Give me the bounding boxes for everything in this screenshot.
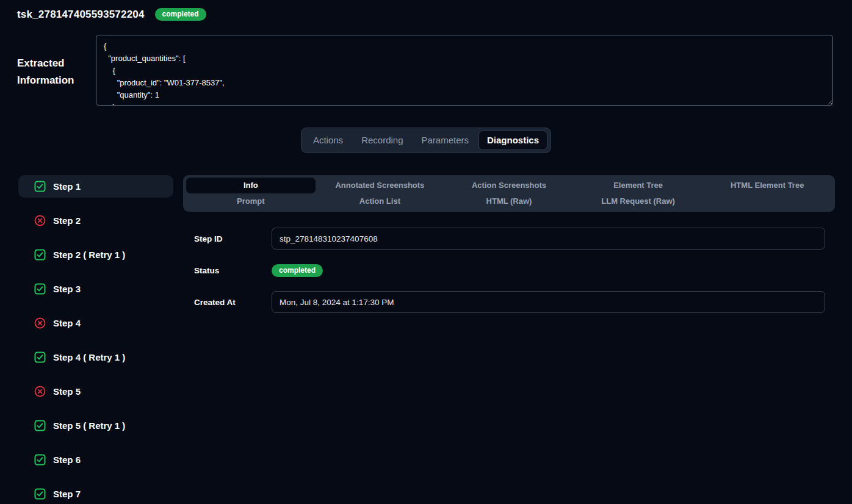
status-label: Status <box>194 266 272 275</box>
content-area: Step 1 St <box>0 175 852 504</box>
task-id-title: tsk_278147405593572204 <box>17 9 145 21</box>
step-label: Step 4 <box>53 318 81 328</box>
steps-sidebar: Step 1 St <box>18 175 173 504</box>
diagnostics-tab[interactable]: Info <box>186 178 316 193</box>
created-at-input[interactable] <box>272 291 825 313</box>
step-list-item[interactable]: Step 2 ( Retry 1 ) <box>18 243 173 266</box>
extracted-information-textarea[interactable]: { "product_quantities": [ { "product_id"… <box>96 35 833 106</box>
main-tab[interactable]: Diagnostics <box>478 131 547 150</box>
step-list-item[interactable]: Step 6 <box>18 448 173 471</box>
step-list-item[interactable]: Step 5 <box>18 380 173 403</box>
task-diagnostics-page: tsk_278147405593572204 completed Extract… <box>0 0 852 504</box>
step-label: Step 4 ( Retry 1 ) <box>53 352 125 362</box>
diagnostics-tab[interactable]: Element Tree <box>574 178 703 193</box>
diagnostics-tab-strip: Info Annotated Screenshots Action Screen… <box>183 175 835 212</box>
status-row: Status completed <box>194 259 825 281</box>
diagnostics-tab-row-2: Prompt Action List HTML (Raw) LLM Reques… <box>186 193 832 209</box>
diagnostics-tab[interactable]: LLM Request (Raw) <box>574 193 703 209</box>
diagnostics-tab[interactable]: Annotated Screenshots <box>316 178 445 193</box>
extracted-information-section: Extracted Information { "product_quantit… <box>0 35 852 106</box>
step-label: Step 2 ( Retry 1 ) <box>53 250 125 260</box>
step-list-item[interactable]: Step 2 <box>18 209 173 232</box>
created-at-label: Created At <box>194 298 272 307</box>
step-id-row: Step ID <box>194 228 825 250</box>
checkbox-checked-icon <box>34 249 46 261</box>
step-list-item[interactable]: Step 5 ( Retry 1 ) <box>18 414 173 437</box>
step-status-badge: completed <box>272 264 323 277</box>
x-circle-icon <box>34 215 46 226</box>
extracted-information-label-line1: Extracted <box>17 55 96 72</box>
checkbox-checked-icon <box>34 181 46 192</box>
info-fields: Step ID Status completed Created At <box>183 228 835 313</box>
created-at-row: Created At <box>194 291 825 313</box>
x-circle-icon <box>34 386 46 397</box>
header: tsk_278147405593572204 completed <box>0 0 852 21</box>
step-list-item[interactable]: Step 4 ( Retry 1 ) <box>18 346 173 369</box>
step-id-input[interactable] <box>272 228 825 250</box>
diagnostics-tab[interactable]: HTML (Raw) <box>444 193 574 209</box>
step-label: Step 1 <box>53 181 81 192</box>
x-circle-icon <box>34 317 46 329</box>
main-tab[interactable]: Actions <box>305 131 352 150</box>
step-label: Step 3 <box>53 284 81 294</box>
extracted-information-label-line2: Information <box>17 72 96 89</box>
step-id-label: Step ID <box>194 234 272 243</box>
step-label: Step 5 ( Retry 1 ) <box>53 420 125 431</box>
step-list-item[interactable]: Step 3 <box>18 278 173 300</box>
diagnostics-tab[interactable]: Action Screenshots <box>444 178 574 193</box>
checkbox-checked-icon <box>34 488 46 500</box>
extracted-information-label: Extracted Information <box>17 35 96 106</box>
task-status-badge: completed <box>155 8 206 21</box>
step-list-item[interactable]: Step 7 <box>18 483 173 504</box>
checkbox-checked-icon <box>34 351 46 363</box>
main-tab[interactable]: Parameters <box>413 131 478 150</box>
step-list-item[interactable]: Step 4 <box>18 312 173 334</box>
main-tab[interactable]: Recording <box>353 131 411 150</box>
checkbox-checked-icon <box>34 283 46 295</box>
diagnostics-tab-row-1: Info Annotated Screenshots Action Screen… <box>186 178 832 193</box>
diagnostics-panel: Info Annotated Screenshots Action Screen… <box>183 175 835 323</box>
step-label: Step 5 <box>53 386 81 397</box>
step-list-item[interactable]: Step 1 <box>18 175 173 198</box>
step-label: Step 7 <box>53 489 81 499</box>
checkbox-checked-icon <box>34 420 46 431</box>
step-label: Step 2 <box>53 215 81 226</box>
diagnostics-tab[interactable]: HTML Element Tree <box>702 178 832 193</box>
diagnostics-tab[interactable]: Prompt <box>186 193 316 209</box>
main-tab-bar: Actions Recording Parameters Diagnostics <box>301 128 551 153</box>
checkbox-checked-icon <box>34 454 46 466</box>
step-label: Step 6 <box>53 455 81 465</box>
diagnostics-tab[interactable]: Action List <box>316 193 445 209</box>
